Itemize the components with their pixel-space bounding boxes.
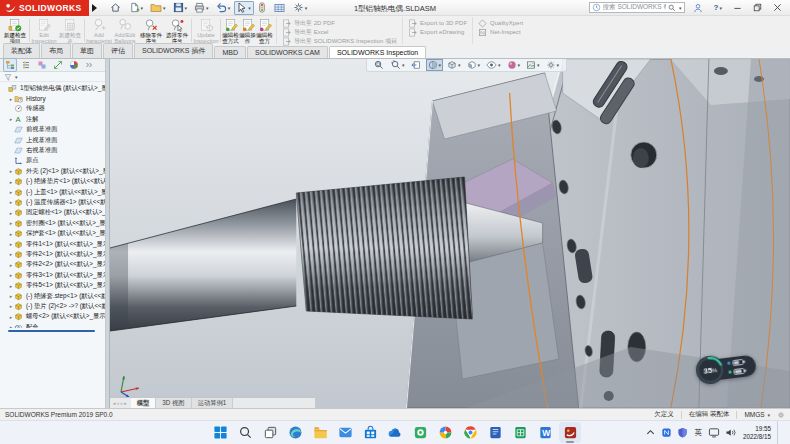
taskbar-app-button[interactable] [459, 422, 481, 443]
graphics-viewport[interactable]: ▾ ▾ ▾ [110, 59, 790, 408]
command-tab[interactable]: SOLIDWORKS Inspection [329, 46, 426, 58]
tab-scroll-arrows[interactable]: «‹›» [110, 400, 131, 406]
tray-button[interactable] [645, 427, 656, 438]
feature-tree-item[interactable]: ▸ 零件2<1> (默认<<默认>_显示状态 [0, 249, 105, 259]
feature-manager-tab[interactable] [20, 59, 32, 71]
units-selector[interactable]: MMGS ▾ [744, 411, 770, 418]
qat-button[interactable] [255, 1, 270, 15]
ribbon-button[interactable]: Update Inspection Project [193, 17, 219, 44]
taskbar-app-button[interactable] [484, 422, 506, 443]
feature-tree-item[interactable]: ▸ 配合 [0, 322, 105, 328]
export-button[interactable]: 导出至 Excel [282, 28, 397, 36]
feature-tree-item[interactable]: 右视基准面 [0, 145, 105, 155]
feature-tree-item[interactable]: ▸ A 注解 [0, 114, 105, 124]
model-3d-assembly[interactable] [110, 59, 790, 408]
view-tool-button[interactable]: ▾ [445, 59, 463, 71]
login-button[interactable] [690, 1, 706, 14]
view-tool-button[interactable]: ▾ [524, 59, 542, 71]
feature-tree-item[interactable]: 传感器 [0, 104, 105, 114]
taskbar-app-button[interactable] [559, 422, 581, 443]
feature-tree-item[interactable]: ▸ 密封圈<1> (默认<<默认>_显示状态 [0, 218, 105, 228]
close-button[interactable] [770, 1, 785, 14]
taskbar-clock[interactable]: 19:55 2022/8/15 [743, 425, 771, 440]
ribbon-button[interactable]: 新建检查项目 (amp;N) [2, 17, 28, 44]
view-tool-button[interactable]: ▾ [484, 59, 503, 71]
taskbar-app-button[interactable] [209, 422, 231, 443]
qat-button[interactable]: ▾ [126, 1, 147, 15]
export-button[interactable]: 导出至 2D PDF [282, 19, 397, 27]
taskbar-app-button[interactable] [259, 422, 281, 443]
input-language-indicator[interactable]: 英 [694, 428, 702, 438]
dropdown-caret[interactable]: ▾ [679, 5, 682, 11]
view-tool-button[interactable]: ▾ [465, 59, 483, 71]
feature-manager-tab[interactable] [4, 59, 16, 71]
ribbon-button[interactable]: Add/Edit Balloons [112, 17, 138, 44]
tray-button[interactable] [725, 427, 737, 438]
feature-tree-item[interactable]: ▸ 零件2<2> (默认<<默认>_显示状态 [0, 260, 105, 270]
tree-filter-bar[interactable]: ▾ [0, 72, 105, 82]
feature-tree-item[interactable]: ▸ (-) 温度传感器<1> (默认<<默认>_显 [0, 197, 105, 207]
ribbon-button[interactable]: Edit Inspection Project [31, 17, 57, 44]
feature-tree-item[interactable]: ▸ 外壳 (2)<1> (默认<<默认>_显示状态 [0, 166, 105, 176]
feature-manager-tab[interactable] [36, 59, 48, 71]
feature-tree-item[interactable]: ▸ 零件1<1> (默认<<默认>_显示状态 [0, 239, 105, 249]
feature-tree-item[interactable]: ▸ (-) 上盖<1> (默认<<默认>_显示状态 [0, 187, 105, 197]
ribbon-button[interactable]: 编辑操作 [239, 17, 256, 44]
ribbon-button[interactable]: 编辑检查方式 [222, 17, 239, 44]
view-tool-button[interactable]: ▾ [389, 59, 407, 71]
feature-tree-item[interactable]: ▸ (-) 绝缘垫片<1> (默认<<默认>_显示 [0, 177, 105, 187]
export-button[interactable]: Export eDrawing [408, 28, 467, 36]
taskbar-app-button[interactable] [409, 422, 431, 443]
status-options-button[interactable] [777, 411, 785, 419]
tray-button[interactable] [708, 427, 720, 438]
qat-button[interactable]: ▾ [234, 1, 254, 15]
qat-button[interactable] [107, 1, 125, 15]
command-tab[interactable]: SOLIDWORKS CAM [247, 46, 328, 58]
command-tab[interactable]: SOLIDWORKS 插件 [134, 43, 213, 58]
taskbar-app-button[interactable] [384, 422, 406, 443]
search-icon[interactable] [668, 4, 676, 12]
taskbar-app-button[interactable] [359, 422, 381, 443]
view-tool-button[interactable]: ▾ [544, 59, 562, 71]
tray-button[interactable] [661, 427, 672, 438]
show-desktop-button[interactable] [777, 421, 780, 444]
taskbar-app-button[interactable]: W [534, 422, 556, 443]
feature-tree-item[interactable]: ▸ 保护套<1> (默认<<默认>_显示状态 [0, 228, 105, 238]
feature-tree-item[interactable]: 前视基准面 [0, 125, 105, 135]
taskbar-app-button[interactable] [434, 422, 456, 443]
command-tab[interactable]: MBD [214, 46, 246, 58]
qat-button[interactable]: ▾ [213, 1, 234, 15]
taskbar-app-button[interactable] [309, 422, 331, 443]
feature-tree-item[interactable]: 1型铝轴热电偶 (默认<默认>_显示状态-1 [0, 83, 105, 93]
tray-button[interactable] [677, 427, 688, 438]
qat-button[interactable]: ▾ [170, 1, 191, 15]
qat-button[interactable]: ▾ [147, 1, 169, 15]
taskbar-app-button[interactable] [334, 422, 356, 443]
view-tool-button[interactable]: ▾ [426, 59, 444, 71]
feature-tree-item[interactable]: ▸ History [0, 93, 105, 103]
ribbon-button[interactable]: 选择零件序号 [164, 17, 190, 44]
feature-manager-tab[interactable] [84, 59, 94, 71]
ribbon-button[interactable]: Add Characteristic [86, 17, 112, 44]
qat-button[interactable]: ▾ [290, 1, 311, 15]
feature-tree-item[interactable]: ▸ (-) 绝缘套.step<1> (默认<<默认> [0, 291, 105, 301]
view-tool-button[interactable]: ▾ [505, 59, 523, 71]
view-tool-button[interactable] [372, 59, 387, 71]
taskbar-app-button[interactable] [509, 422, 531, 443]
feature-tree-item[interactable]: ▸ 固定螺栓<1> (默认<<默认>_显示状 [0, 208, 105, 218]
view-tool-button[interactable] [409, 59, 424, 71]
taskbar-app-button[interactable] [284, 422, 306, 443]
ribbon-button[interactable]: 移除零件序号 [138, 17, 164, 44]
command-tab[interactable]: 评估 [103, 43, 133, 58]
menu-flyout-arrow-icon[interactable] [92, 4, 97, 12]
feature-tree-item[interactable]: ▸ (-) 垫片 (2)<2> ->? (默认<<默认> [0, 301, 105, 311]
command-tab[interactable]: 装配体 [3, 43, 40, 58]
document-tab[interactable]: 运动算例1 [192, 398, 234, 408]
export-button[interactable]: Net-Inspect [478, 28, 523, 36]
feature-tree-item[interactable]: ▸ 螺母<2> (默认<<默认>_显示状态 [0, 312, 105, 322]
search-input[interactable]: 搜索 SOLIDWORKS 帮助 ▾ [589, 2, 685, 14]
document-tab[interactable]: 模型 [131, 398, 157, 408]
help-button[interactable]: ?▾ [711, 1, 725, 14]
minimize-button[interactable] [730, 1, 745, 14]
feature-tree-item[interactable]: ▸ 零件3<1> (默认<<默认>_显示状态 [0, 270, 105, 280]
